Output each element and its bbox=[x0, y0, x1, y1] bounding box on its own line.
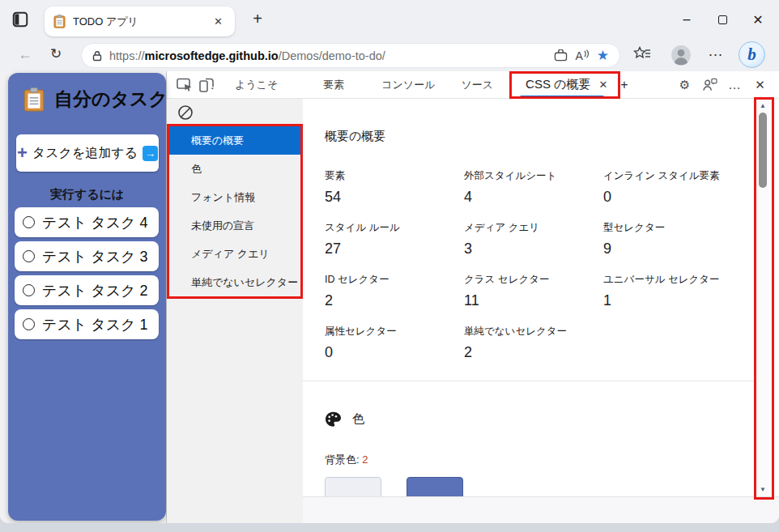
stat-cell: 外部スタイルシート4 bbox=[464, 169, 603, 206]
color-swatch-indigo[interactable] bbox=[407, 477, 463, 499]
css-overview-sidebar: 概要の概要 色 フォント情報 未使用の宣言 メディア クエリ 単純でないセレクタ… bbox=[167, 99, 303, 523]
color-swatch-light[interactable] bbox=[325, 477, 381, 499]
browser-settings-menu-icon[interactable]: … bbox=[708, 42, 724, 60]
devtools-tab-welcome[interactable]: ようこそ bbox=[222, 71, 291, 98]
devtools-footer-strip bbox=[303, 496, 779, 523]
overview-summary-heading: 概要の概要 bbox=[325, 129, 779, 144]
back-button[interactable]: ← bbox=[18, 46, 32, 63]
lock-icon bbox=[92, 50, 102, 62]
task-label: テスト タスク 4 bbox=[42, 213, 148, 232]
sidebar-item-unused-declarations[interactable]: 未使用の宣言 bbox=[167, 211, 303, 240]
devtools-tab-console[interactable]: コンソール bbox=[368, 71, 448, 98]
stat-cell: ID セレクター2 bbox=[325, 273, 464, 309]
background-colors-count: 2 bbox=[362, 453, 368, 466]
scrollbar-up-arrow-icon[interactable]: ▲ bbox=[756, 102, 769, 109]
window-minimize-button[interactable]: – bbox=[669, 2, 705, 37]
task-label: テスト タスク 1 bbox=[42, 315, 148, 334]
clear-overview-icon[interactable] bbox=[174, 102, 196, 124]
clear-overview-row bbox=[167, 99, 303, 126]
stat-cell: ユニバーサル セレクター1 bbox=[603, 273, 743, 309]
sidebar-item-font-info[interactable]: フォント情報 bbox=[167, 183, 303, 211]
profile-avatar[interactable] bbox=[670, 45, 692, 66]
refresh-button[interactable]: ↻ bbox=[50, 45, 62, 62]
app-install-icon[interactable] bbox=[554, 49, 568, 62]
tab-title: TODO アプリ bbox=[73, 15, 203, 29]
devtools-more-menu-icon[interactable]: … bbox=[724, 74, 746, 96]
bing-chat-icon[interactable]: b bbox=[739, 41, 765, 68]
scrollbar-down-arrow-icon[interactable]: ▼ bbox=[756, 486, 769, 493]
sidebar-item-media-queries[interactable]: メディア クエリ bbox=[167, 240, 303, 268]
arrow-right-icon: → bbox=[143, 146, 158, 161]
window-close-button[interactable]: ✕ bbox=[740, 2, 776, 37]
stat-cell: 単純でないセレクター2 bbox=[464, 325, 603, 361]
window-controls: – ✕ bbox=[669, 0, 776, 39]
task-item[interactable]: テスト タスク 1 bbox=[15, 309, 159, 339]
devtools-tab-css-overview-label: CSS の概要 bbox=[526, 77, 590, 92]
devtools-tab-css-overview[interactable]: CSS の概要 ✕ bbox=[513, 71, 615, 98]
favorites-hub-icon[interactable] bbox=[633, 46, 651, 61]
stat-cell: スタイル ルール27 bbox=[325, 221, 464, 257]
todo-app-panel: 自分のタスク + タスクを追加する → 実行するには テスト タスク 4 テスト… bbox=[8, 73, 166, 521]
stat-cell: 属性セレクター0 bbox=[325, 325, 464, 361]
inspect-element-icon[interactable] bbox=[173, 74, 195, 96]
tab-favicon-clipboard-icon bbox=[53, 15, 66, 28]
url-path: /Demos/demo-to-do/ bbox=[279, 49, 385, 62]
devtools-scrollbar[interactable]: ▲ ▼ bbox=[756, 99, 769, 496]
stat-cell: 要素54 bbox=[325, 169, 464, 206]
maximize-icon bbox=[718, 15, 727, 24]
task-label: テスト タスク 2 bbox=[42, 281, 148, 300]
task-label: テスト タスク 3 bbox=[42, 247, 148, 266]
task-item[interactable]: テスト タスク 4 bbox=[15, 207, 159, 237]
address-bar[interactable]: https://microsoftedge.github.io/Demos/de… bbox=[81, 43, 620, 68]
bing-letter: b bbox=[747, 46, 756, 63]
devtools-toolbar: ようこそ 要素 コンソール ソース CSS の概要 ✕ + ⚙ bbox=[167, 71, 779, 99]
webpage-area: 自分のタスク + タスクを追加する → 実行するには テスト タスク 4 テスト… bbox=[0, 71, 166, 523]
browser-tab-todo-app[interactable]: TODO アプリ ✕ bbox=[45, 6, 235, 36]
stat-cell: インライン スタイル要素0 bbox=[603, 169, 743, 206]
read-aloud-icon[interactable]: A bbox=[575, 49, 589, 62]
colors-section-header: 色 bbox=[325, 411, 779, 427]
task-item[interactable]: テスト タスク 2 bbox=[15, 275, 159, 305]
task-checkbox-circle-icon[interactable] bbox=[23, 284, 35, 296]
color-swatches-row bbox=[325, 477, 779, 499]
sidebar-item-colors[interactable]: 色 bbox=[167, 155, 303, 183]
devtools-body: 概要の概要 色 フォント情報 未使用の宣言 メディア クエリ 単純でないセレクタ… bbox=[167, 99, 779, 523]
devtools-more-tabs-button[interactable]: + bbox=[615, 78, 632, 92]
add-task-button[interactable]: + タスクを追加する → bbox=[16, 134, 159, 172]
task-item[interactable]: テスト タスク 3 bbox=[15, 241, 159, 271]
background-colors-label: 背景色: 2 bbox=[325, 453, 779, 467]
devtools-tab-sources[interactable]: ソース bbox=[448, 71, 506, 98]
device-emulation-icon[interactable] bbox=[195, 74, 217, 96]
browser-window: TODO アプリ ✕ + – ✕ ← ↻ https://microsofted… bbox=[0, 0, 779, 523]
devtools-tab-elements[interactable]: 要素 bbox=[310, 71, 357, 98]
devtools-settings-gear-icon[interactable]: ⚙ bbox=[674, 74, 696, 96]
url-scheme: https:// bbox=[109, 49, 145, 62]
todo-app-title: 自分のタスク bbox=[54, 87, 168, 112]
url-domain: microsoftedge.github.io bbox=[145, 49, 279, 62]
sidebar-item-non-simple-selectors[interactable]: 単純でないセレクター bbox=[167, 268, 303, 296]
palette-icon bbox=[325, 411, 342, 427]
section-divider bbox=[303, 381, 756, 381]
task-checkbox-circle-icon[interactable] bbox=[23, 250, 35, 262]
colors-section-heading: 色 bbox=[352, 411, 364, 427]
plus-icon: + bbox=[17, 144, 28, 162]
window-maximize-button[interactable] bbox=[705, 2, 740, 37]
favorite-star-icon[interactable]: ★ bbox=[597, 47, 609, 64]
new-tab-button[interactable]: + bbox=[246, 9, 269, 30]
devtools-feedback-icon[interactable] bbox=[699, 74, 721, 96]
scrollbar-thumb[interactable] bbox=[759, 113, 767, 188]
add-task-label: タスクを追加する bbox=[32, 145, 138, 162]
task-list-heading: 実行するには bbox=[8, 187, 166, 202]
url-text[interactable]: https://microsoftedge.github.io/Demos/de… bbox=[109, 49, 547, 62]
todo-header: 自分のタスク bbox=[8, 73, 166, 112]
task-checkbox-circle-icon[interactable] bbox=[23, 318, 35, 330]
tab-close-icon[interactable]: ✕ bbox=[211, 14, 226, 29]
tab-actions-menu-icon[interactable] bbox=[11, 11, 29, 28]
devtools-close-icon[interactable]: ✕ bbox=[749, 74, 771, 96]
devtools-tab-close-icon[interactable]: ✕ bbox=[598, 79, 607, 91]
sidebar-item-overview-summary[interactable]: 概要の概要 bbox=[167, 126, 303, 155]
active-tab-underline bbox=[520, 96, 604, 98]
browser-tab-strip: TODO アプリ ✕ + – ✕ bbox=[0, 0, 779, 39]
task-checkbox-circle-icon[interactable] bbox=[23, 216, 35, 228]
stat-cell: メディア クエリ3 bbox=[464, 221, 603, 257]
